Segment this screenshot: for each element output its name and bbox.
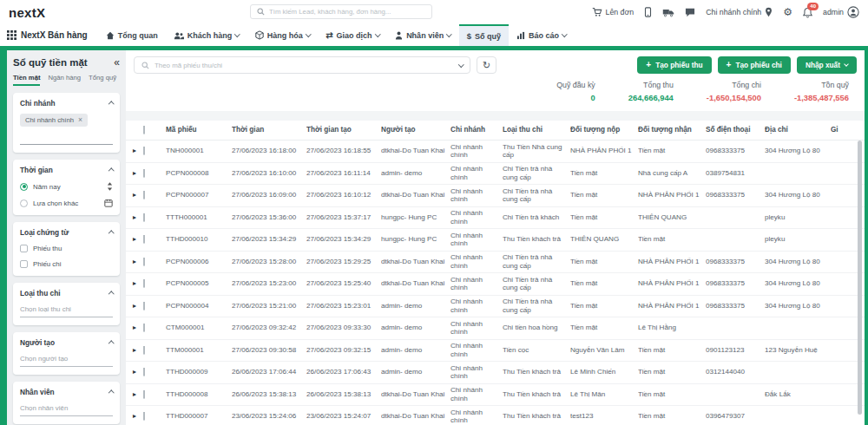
plus-icon: + — [646, 61, 651, 69]
tab-ngan-hang[interactable]: Ngân hàng — [48, 74, 81, 86]
nav-khach-hang[interactable]: Khách hàng — [166, 24, 247, 46]
sort-icon[interactable] — [107, 182, 113, 191]
row-checkbox[interactable] — [143, 213, 145, 222]
row-checkbox[interactable] — [143, 235, 145, 244]
table-row[interactable]: ▸ PCPN000004 27/06/2023 15:21:00 27/06/2… — [126, 296, 865, 318]
category-input[interactable] — [20, 305, 113, 317]
create-receipt-button[interactable]: + Tạo phiếu thu — [637, 56, 711, 74]
row-checkbox[interactable] — [143, 147, 145, 155]
row-checkbox[interactable] — [143, 191, 145, 199]
doc-type-receipt[interactable]: Phiếu thu — [20, 245, 113, 252]
chevron-up-icon[interactable] — [108, 101, 114, 107]
row-checkbox[interactable] — [143, 279, 145, 288]
table-row[interactable]: ▸ PCPN000006 27/06/2023 15:28:00 27/06/2… — [126, 252, 865, 274]
doc-type-payment[interactable]: Phiếu chi — [20, 260, 113, 268]
create-order-button[interactable]: Lên đơn — [592, 7, 635, 17]
row-checkbox[interactable] — [143, 169, 145, 178]
row-checkbox[interactable] — [143, 302, 145, 311]
chevron-up-icon[interactable] — [108, 390, 114, 396]
row-checkbox[interactable] — [143, 412, 145, 421]
expand-row-icon[interactable]: ▸ — [133, 235, 136, 243]
close-icon[interactable]: × — [78, 116, 82, 124]
chevron-up-icon[interactable] — [108, 341, 114, 346]
table-row[interactable]: ▸ TTHD000007 23/06/2023 15:24:06 23/06/2… — [126, 406, 865, 425]
nav-hang-hoa[interactable]: Hàng hóa — [247, 24, 319, 46]
expand-row-icon[interactable]: ▸ — [133, 324, 136, 331]
chevron-up-icon[interactable] — [108, 168, 114, 173]
checkbox[interactable] — [20, 260, 28, 268]
radio-unselected[interactable] — [20, 199, 28, 207]
row-checkbox[interactable] — [143, 368, 145, 376]
global-search-input[interactable] — [269, 8, 425, 16]
expand-row-icon[interactable]: ▸ — [133, 258, 136, 265]
chat-icon[interactable] — [685, 8, 695, 17]
table-row[interactable]: ▸ CTM000001 27/06/2023 09:32:42 27/06/20… — [126, 317, 865, 340]
expand-row-icon[interactable]: ▸ — [133, 279, 136, 287]
branch-input[interactable] — [20, 134, 113, 145]
table-row[interactable]: ▸ TNH000001 27/06/2023 16:18:00 27/06/20… — [126, 141, 865, 163]
expand-row-icon[interactable]: ▸ — [133, 346, 136, 354]
nav-so-quy[interactable]: $ Số quỹ — [459, 24, 509, 46]
branch-chip[interactable]: Chi nhánh chính × — [20, 114, 88, 127]
table-row[interactable]: ▸ TTHD000009 26/06/2023 17:06:44 26/06/2… — [126, 362, 865, 384]
row-checkbox[interactable] — [143, 324, 145, 332]
table-row[interactable]: ▸ TTM000001 27/06/2023 09:30:58 27/06/20… — [126, 340, 865, 363]
chevron-down-icon — [458, 62, 464, 67]
create-payment-button[interactable]: + Tạo phiếu chi — [718, 56, 791, 74]
voucher-search-input[interactable] — [155, 62, 454, 69]
cell-creator: dtkhai-Do Tuan Khai — [381, 279, 450, 288]
chevron-up-icon[interactable] — [108, 291, 114, 297]
mobile-icon[interactable] — [644, 7, 652, 17]
select-all-checkbox[interactable] — [143, 126, 145, 134]
table-row[interactable]: ▸ TTHD000008 26/06/2023 15:38:13 26/06/2… — [126, 384, 865, 407]
expand-row-icon[interactable]: ▸ — [133, 390, 136, 398]
table-row[interactable]: ▸ TTTH000001 27/06/2023 15:36:00 27/06/2… — [126, 207, 865, 230]
truck-icon[interactable] — [662, 8, 674, 17]
expand-row-icon[interactable]: ▸ — [133, 412, 136, 420]
calendar-icon[interactable] — [104, 199, 113, 207]
table-row[interactable]: ▸ PCPN000007 27/06/2023 16:09:00 27/06/2… — [126, 185, 865, 207]
notifications-bell-icon[interactable]: 40 — [803, 7, 812, 18]
staff-input[interactable] — [20, 404, 113, 416]
nav-nhan-vien[interactable]: Nhân viên — [387, 24, 459, 46]
expand-row-icon[interactable]: ▸ — [133, 169, 136, 177]
row-checkbox[interactable] — [143, 390, 145, 399]
checkbox[interactable] — [20, 245, 28, 252]
cell-time: 27/06/2023 09:30:58 — [232, 346, 306, 355]
row-checkbox[interactable] — [143, 258, 145, 266]
voucher-search-select[interactable] — [134, 56, 470, 74]
cell-address: 304 Hương Lộ 80 — [765, 302, 831, 311]
branch-selector[interactable]: Chi nhánh chính — [706, 7, 773, 17]
cell-code: TTHD000008 — [166, 390, 232, 399]
cell-branch: Chi nhánh chính — [450, 276, 503, 292]
tab-tong-quy[interactable]: Tổng quỹ — [89, 74, 116, 86]
import-export-button[interactable]: Nhập xuất — [797, 56, 857, 74]
row-checkbox[interactable] — [143, 346, 145, 355]
table-row[interactable]: ▸ PCPN000008 27/06/2023 16:10:00 27/06/2… — [126, 163, 865, 186]
time-option-this-year[interactable]: Năm nay — [20, 182, 113, 191]
table-row[interactable]: ▸ TTHD000010 27/06/2023 15:34:29 27/06/2… — [126, 229, 865, 252]
global-search[interactable] — [250, 4, 432, 19]
cell-type: Chi Tiền trả nhà cung cấp — [503, 165, 570, 181]
expand-row-icon[interactable]: ▸ — [133, 147, 136, 154]
settings-gear-icon[interactable]: ⚙ — [783, 7, 792, 17]
refresh-button[interactable]: ↻ — [477, 56, 496, 74]
chevron-up-icon[interactable] — [108, 231, 114, 236]
nav-tong-quan[interactable]: Tổng quan — [98, 24, 166, 46]
app-switcher[interactable]: NextX Bán hàng — [7, 24, 88, 46]
expand-row-icon[interactable]: ▸ — [133, 191, 136, 199]
collapse-sidebar-icon[interactable]: « — [114, 57, 120, 68]
time-option-custom[interactable]: Lựa chọn khác — [20, 199, 113, 207]
radio-selected[interactable] — [20, 183, 28, 191]
expand-row-icon[interactable]: ▸ — [133, 368, 136, 376]
tab-tien-mat[interactable]: Tiền mặt — [13, 74, 40, 86]
nav-bao-cao[interactable]: Báo cáo — [509, 24, 575, 46]
creator-input[interactable] — [20, 355, 113, 367]
cell-branch: Chi nhánh chính — [450, 386, 503, 402]
table-row[interactable]: ▸ PCPN000005 27/06/2023 15:23:00 27/06/2… — [126, 273, 865, 296]
expand-row-icon[interactable]: ▸ — [133, 302, 136, 310]
nav-giao-dich[interactable]: ⇄ Giao dịch — [318, 24, 387, 46]
vertical-scrollbar[interactable] — [858, 141, 862, 415]
expand-row-icon[interactable]: ▸ — [133, 213, 136, 221]
user-menu[interactable]: admin — [823, 6, 859, 18]
